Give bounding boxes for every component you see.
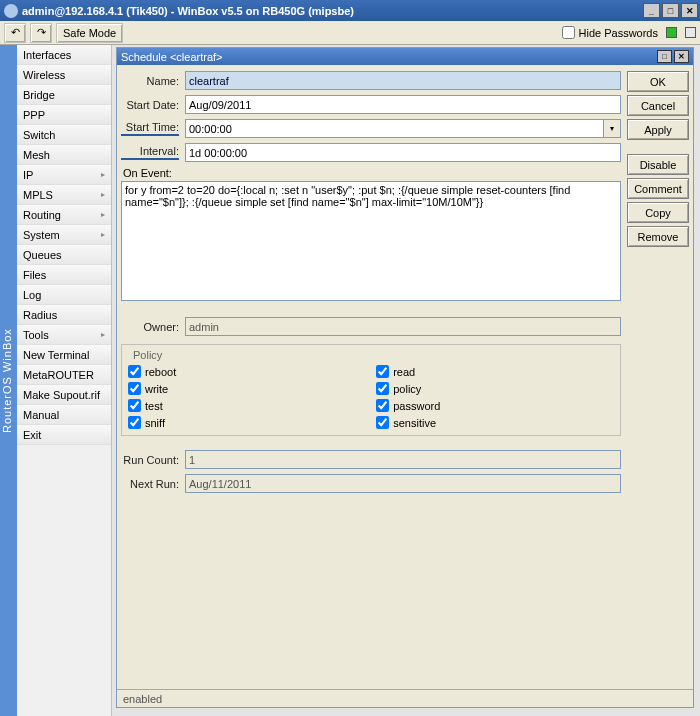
policy-sensitive-label: sensitive <box>393 417 436 429</box>
status-text: enabled <box>123 693 162 705</box>
status-bar: enabled <box>117 689 693 707</box>
chevron-right-icon: ▸ <box>101 210 105 219</box>
main-toolbar: ↶ ↷ Safe Mode Hide Passwords <box>0 21 700 45</box>
inner-close-button[interactable]: ✕ <box>674 50 689 63</box>
app-icon <box>4 4 18 18</box>
policy-policy-checkbox[interactable] <box>376 382 389 395</box>
status-indicator-grey <box>685 27 696 38</box>
sidebar-item-routing[interactable]: Routing▸ <box>17 205 111 225</box>
sidebar-item-label: System <box>23 229 60 241</box>
main-area: RouterOS WinBox InterfacesWirelessBridge… <box>0 45 700 716</box>
policy-write-checkbox[interactable] <box>128 382 141 395</box>
sidebar-item-label: MPLS <box>23 189 53 201</box>
status-indicator-green <box>666 27 677 38</box>
sidebar-item-exit[interactable]: Exit <box>17 425 111 445</box>
policy-legend: Policy <box>130 349 165 361</box>
policy-password[interactable]: password <box>376 399 440 412</box>
sidebar-item-make-supout-rif[interactable]: Make Supout.rif <box>17 385 111 405</box>
sidebar-item-label: PPP <box>23 109 45 121</box>
undo-button[interactable]: ↶ <box>4 23 26 43</box>
sidebar-item-label: MetaROUTER <box>23 369 94 381</box>
minimize-button[interactable]: _ <box>643 3 660 18</box>
content-area: ASP 24 Schedule <cleartraf> □ ✕ Name: St… <box>112 45 700 716</box>
sidebar-item-label: IP <box>23 169 33 181</box>
sidebar-item-ip[interactable]: IP▸ <box>17 165 111 185</box>
chevron-right-icon: ▸ <box>101 170 105 179</box>
sidebar-item-radius[interactable]: Radius <box>17 305 111 325</box>
policy-sniff-checkbox[interactable] <box>128 416 141 429</box>
sidebar-item-label: Wireless <box>23 69 65 81</box>
sidebar: InterfacesWirelessBridgePPPSwitchMeshIP▸… <box>17 45 112 716</box>
form-column: Name: Start Date: Start Time: ▾ Interval… <box>117 65 627 689</box>
sidebar-item-metarouter[interactable]: MetaROUTER <box>17 365 111 385</box>
sidebar-item-interfaces[interactable]: Interfaces <box>17 45 111 65</box>
copy-button[interactable]: Copy <box>627 202 689 223</box>
sidebar-item-log[interactable]: Log <box>17 285 111 305</box>
sidebar-item-manual[interactable]: Manual <box>17 405 111 425</box>
policy-test[interactable]: test <box>128 399 176 412</box>
start-date-label: Start Date: <box>121 99 179 111</box>
inner-minimize-button[interactable]: □ <box>657 50 672 63</box>
sidebar-item-label: Manual <box>23 409 59 421</box>
sidebar-item-label: Queues <box>23 249 62 261</box>
ok-button[interactable]: OK <box>627 71 689 92</box>
sidebar-item-mpls[interactable]: MPLS▸ <box>17 185 111 205</box>
sidebar-item-tools[interactable]: Tools▸ <box>17 325 111 345</box>
name-label: Name: <box>121 75 179 87</box>
policy-password-label: password <box>393 400 440 412</box>
policy-sniff[interactable]: sniff <box>128 416 176 429</box>
policy-password-checkbox[interactable] <box>376 399 389 412</box>
policy-sensitive[interactable]: sensitive <box>376 416 440 429</box>
hide-passwords-option[interactable]: Hide Passwords <box>562 26 658 39</box>
apply-button[interactable]: Apply <box>627 119 689 140</box>
close-button[interactable]: ✕ <box>681 3 698 18</box>
on-event-textarea[interactable] <box>121 181 621 301</box>
policy-policy[interactable]: policy <box>376 382 440 395</box>
sidebar-item-switch[interactable]: Switch <box>17 125 111 145</box>
comment-button[interactable]: Comment <box>627 178 689 199</box>
redo-button[interactable]: ↷ <box>30 23 52 43</box>
sidebar-item-label: Log <box>23 289 41 301</box>
interval-input[interactable] <box>185 143 621 162</box>
policy-write[interactable]: write <box>128 382 176 395</box>
sidebar-item-label: Tools <box>23 329 49 341</box>
policy-read[interactable]: read <box>376 365 440 378</box>
sidebar-item-label: Interfaces <box>23 49 71 61</box>
sidebar-item-mesh[interactable]: Mesh <box>17 145 111 165</box>
remove-button[interactable]: Remove <box>627 226 689 247</box>
button-column: OK Cancel Apply Disable Comment Copy Rem… <box>627 65 693 689</box>
sidebar-item-wireless[interactable]: Wireless <box>17 65 111 85</box>
policy-sensitive-checkbox[interactable] <box>376 416 389 429</box>
sidebar-item-label: Bridge <box>23 89 55 101</box>
policy-test-checkbox[interactable] <box>128 399 141 412</box>
maximize-button[interactable]: □ <box>662 3 679 18</box>
disable-button[interactable]: Disable <box>627 154 689 175</box>
safe-mode-button[interactable]: Safe Mode <box>56 23 123 43</box>
policy-sniff-label: sniff <box>145 417 165 429</box>
name-input[interactable] <box>185 71 621 90</box>
start-time-dropdown[interactable]: ▾ <box>604 119 621 138</box>
schedule-window-title: Schedule <cleartraf> <box>121 51 223 63</box>
sidebar-item-files[interactable]: Files <box>17 265 111 285</box>
start-date-input[interactable] <box>185 95 621 114</box>
policy-reboot[interactable]: reboot <box>128 365 176 378</box>
hide-passwords-checkbox[interactable] <box>562 26 575 39</box>
start-time-input[interactable] <box>185 119 604 138</box>
sidebar-item-label: New Terminal <box>23 349 89 361</box>
on-event-label: On Event: <box>123 167 621 179</box>
policy-policy-label: policy <box>393 383 421 395</box>
owner-label: Owner: <box>121 321 179 333</box>
policy-reboot-checkbox[interactable] <box>128 365 141 378</box>
policy-read-checkbox[interactable] <box>376 365 389 378</box>
sidebar-item-queues[interactable]: Queues <box>17 245 111 265</box>
policy-fieldset: Policy rebootwritetestsniff readpolicypa… <box>121 344 621 436</box>
window-titlebar: admin@192.168.4.1 (Tik450) - WinBox v5.5… <box>0 0 700 21</box>
next-run-label: Next Run: <box>121 478 179 490</box>
cancel-button[interactable]: Cancel <box>627 95 689 116</box>
run-count-field <box>185 450 621 469</box>
sidebar-item-system[interactable]: System▸ <box>17 225 111 245</box>
sidebar-item-new-terminal[interactable]: New Terminal <box>17 345 111 365</box>
sidebar-item-bridge[interactable]: Bridge <box>17 85 111 105</box>
sidebar-item-ppp[interactable]: PPP <box>17 105 111 125</box>
next-run-field <box>185 474 621 493</box>
